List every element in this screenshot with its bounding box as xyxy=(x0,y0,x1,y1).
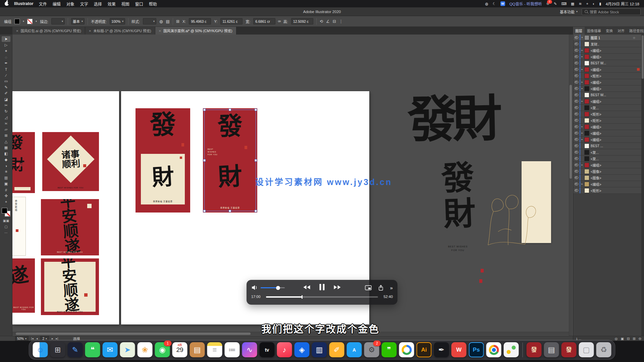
column-graph-tool[interactable]: ▥ xyxy=(2,175,10,181)
selection-handle[interactable] xyxy=(203,210,206,212)
layer-row-2[interactable]: 发财.. xyxy=(573,41,641,47)
type-tool[interactable]: T xyxy=(2,66,10,72)
opacity-select[interactable]: 100% ▾ xyxy=(110,18,125,24)
layer-name[interactable]: <编组> xyxy=(591,99,601,104)
dock-facetime[interactable]: ◉1 xyxy=(155,342,170,357)
menubar-menu-窗口[interactable]: 窗口 xyxy=(135,1,143,7)
dock-illustrator[interactable]: Ai xyxy=(417,342,432,357)
document-tab-2[interactable]: ×未标题-1* @ 25% (CMYK/GPU 预览) xyxy=(85,27,155,35)
layer-row-10[interactable]: BEST W... xyxy=(573,92,641,98)
close-tab-icon[interactable]: × xyxy=(89,29,91,33)
slice-tool[interactable]: # xyxy=(2,187,10,193)
selection-handle[interactable] xyxy=(229,109,231,111)
disclosure-triangle[interactable]: ▸ xyxy=(580,81,584,83)
layer-name[interactable]: 图层 1 xyxy=(591,35,600,40)
selection-bounding-box[interactable] xyxy=(204,110,256,211)
dock-filmora[interactable]: ∿ xyxy=(242,342,257,357)
layer-row-17[interactable]: ▸<编组> xyxy=(573,136,641,143)
layer-name[interactable]: 发财.. xyxy=(591,42,599,47)
layer-name[interactable]: <矩形> xyxy=(591,112,601,117)
picture-in-picture-button[interactable] xyxy=(365,285,372,290)
stock-search-input[interactable]: 搜索 Adobe Stock xyxy=(582,8,641,15)
layer-name[interactable]: <编组> xyxy=(591,67,601,72)
shape-options-icon[interactable]: ◍ xyxy=(159,19,163,24)
workspace-switcher[interactable]: 基本功能 ▾ xyxy=(560,9,578,14)
layer-row-22[interactable]: <图像> xyxy=(573,168,641,175)
disclosure-triangle[interactable]: ▸ xyxy=(580,68,584,71)
layer-name[interactable]: <复... xyxy=(591,150,599,155)
dock-wechat[interactable]: ❞ xyxy=(382,342,397,357)
dock-stocks[interactable]: ▥ xyxy=(312,342,327,357)
layer-row-1[interactable]: ▾图层 1◎ xyxy=(573,35,641,41)
y-value-field[interactable]: 11.6261 c xyxy=(220,18,243,24)
disclosure-triangle[interactable]: ▸ xyxy=(580,132,584,134)
visibility-toggle[interactable] xyxy=(573,136,580,142)
dock-red-envelope-file-2[interactable]: 發 xyxy=(561,342,577,357)
magic-wand-tool[interactable]: ✶ xyxy=(2,48,10,54)
visibility-toggle[interactable] xyxy=(573,47,580,53)
visibility-toggle[interactable] xyxy=(573,85,580,92)
visibility-toggle[interactable] xyxy=(573,156,580,162)
dock-pen-tool-app[interactable]: ✒ xyxy=(434,342,449,357)
layer-row-21[interactable]: ▸<编组> xyxy=(573,162,641,168)
document-tab-1[interactable]: ×国风红包.ai @ 25% (CMYK/GPU 预览) xyxy=(12,27,85,35)
menubar-menu-帮助[interactable]: 帮助 xyxy=(149,1,157,7)
dock-meeting-app[interactable]: ◈ xyxy=(294,342,310,357)
brush-definition-select[interactable]: 基本 ▾ xyxy=(71,18,85,24)
facai-card-left[interactable]: 發 財 恭贺新禧 万事如意 xyxy=(136,108,190,213)
zoom-tool[interactable]: ⌖ xyxy=(2,199,10,205)
layer-name[interactable]: <矩形> xyxy=(591,73,601,78)
dock-reminders[interactable]: ≔ xyxy=(225,342,240,357)
document-setup-icon[interactable]: ▤ xyxy=(166,19,170,24)
x-value-field[interactable]: 95.4963 c xyxy=(189,18,211,24)
menubar-menu-文字[interactable]: 文字 xyxy=(80,1,88,7)
disclosure-triangle[interactable]: ▸ xyxy=(580,100,584,103)
visibility-toggle[interactable] xyxy=(573,181,580,187)
visibility-toggle[interactable] xyxy=(573,105,580,111)
constrain-proportions-icon[interactable]: 8 xyxy=(278,20,281,22)
display-status-icon[interactable]: ☾ xyxy=(493,2,496,6)
layer-name[interactable]: <编组> xyxy=(591,124,601,129)
dock-maps[interactable]: ➤ xyxy=(120,342,135,357)
dock-launchpad[interactable]: ⊞ xyxy=(50,342,65,357)
document-tab-3[interactable]: ×国风演示案例.ai* @ 50% (CMYK/GPU 预览) xyxy=(155,27,236,35)
seek-thumb[interactable] xyxy=(302,295,303,299)
layer-name[interactable]: <编组> xyxy=(591,86,601,91)
layer-row-18[interactable]: BEST ... xyxy=(573,143,641,149)
perspective-grid-tool[interactable]: △ xyxy=(2,139,10,144)
dock-app-store[interactable]: A xyxy=(347,342,362,357)
mesh-tool[interactable]: ▦ xyxy=(2,145,10,150)
layer-row-8[interactable]: ▸<编组> xyxy=(573,79,641,85)
disclosure-triangle[interactable]: ▸ xyxy=(580,49,584,52)
layer-name[interactable]: <矩形> xyxy=(591,118,601,123)
layer-row-12[interactable]: <复... xyxy=(573,105,641,111)
layer-row-3[interactable]: ▸<编组> xyxy=(573,47,641,54)
layer-row-11[interactable]: ▸<编组> xyxy=(573,98,641,105)
direct-selection-tool[interactable]: ▷ xyxy=(2,42,10,48)
selection-handle[interactable] xyxy=(203,159,206,162)
visibility-toggle[interactable] xyxy=(573,66,580,72)
scrollbar-thumb[interactable] xyxy=(16,333,251,335)
canvas-vertical-scrollbar[interactable] xyxy=(569,35,572,336)
disclosure-triangle[interactable]: ▸ xyxy=(580,125,584,128)
layer-row-24[interactable]: ▸<编组> xyxy=(573,181,641,187)
menubar-menu-效果[interactable]: 效果 xyxy=(108,1,116,7)
share-button[interactable] xyxy=(378,285,383,291)
layer-name[interactable]: <复... xyxy=(591,105,599,110)
dock-dev-app[interactable] xyxy=(504,342,519,357)
menubar-clock[interactable]: 4月29日 周三 12:18 xyxy=(606,1,639,6)
layer-name[interactable]: <复... xyxy=(591,156,599,161)
zoom-level-select[interactable]: 50% ▾ xyxy=(15,336,29,341)
target-icon[interactable]: ◎ xyxy=(633,36,635,39)
visibility-toggle[interactable] xyxy=(573,60,580,66)
dock-chrome[interactable] xyxy=(486,342,501,357)
visibility-toggle[interactable] xyxy=(573,130,580,136)
layer-row-7[interactable]: <矩形> xyxy=(573,73,641,79)
close-tab-icon[interactable]: × xyxy=(16,29,18,33)
dock-system-preferences[interactable]: ⚙2 xyxy=(364,342,379,357)
dock-wps[interactable]: W xyxy=(451,342,467,357)
delete-layer-icon[interactable]: ⊖ xyxy=(639,337,641,341)
pen-status-icon[interactable]: ✎ xyxy=(554,2,557,6)
stroke-color-swatch[interactable] xyxy=(27,19,33,24)
layer-name[interactable]: BEST ... xyxy=(591,144,603,148)
